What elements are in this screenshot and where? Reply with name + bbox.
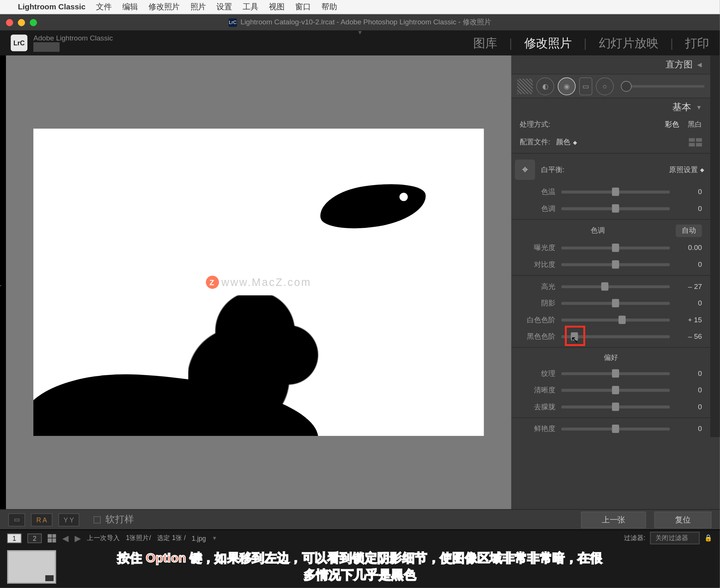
filter-select[interactable]: 关闭过滤器	[650, 532, 700, 544]
window-minimize-button[interactable]	[18, 19, 25, 26]
dehaze-label: 去朦胧	[520, 402, 555, 412]
identity-plate[interactable]	[33, 42, 60, 52]
tool-strip: ◐ ◉ ▭ ○	[511, 75, 710, 99]
shadows-label: 阴影	[520, 298, 555, 308]
dehaze-value[interactable]: 0	[676, 402, 702, 411]
window-close-button[interactable]	[6, 19, 13, 26]
module-print[interactable]: 打印	[685, 35, 709, 51]
panel-collapse-icon[interactable]: ▼	[357, 29, 363, 36]
vibrance-slider[interactable]	[561, 427, 670, 430]
auto-tone-button[interactable]: 自动	[676, 224, 702, 237]
texture-slider[interactable]	[561, 372, 670, 375]
exposure-slider[interactable]	[561, 246, 670, 249]
softproof-checkbox[interactable]	[94, 516, 101, 523]
menu-tools[interactable]: 工具	[243, 1, 258, 12]
nav-forward-icon[interactable]: ▶	[75, 533, 81, 543]
reset-button[interactable]: 复位	[654, 511, 712, 528]
menu-develop[interactable]: 修改照片	[148, 1, 180, 12]
temp-value[interactable]: 0	[676, 188, 702, 196]
tint-slider[interactable]	[561, 207, 670, 210]
clarity-label: 清晰度	[520, 385, 555, 395]
menu-help[interactable]: 帮助	[321, 1, 337, 12]
module-slideshow[interactable]: 幻灯片放映	[599, 35, 658, 51]
histogram-panel-header[interactable]: 直方图◀	[511, 55, 710, 75]
treatment-color[interactable]: 彩色	[665, 120, 679, 130]
vibrance-value[interactable]: 0	[676, 425, 702, 433]
before-after-yy-button[interactable]: Y Y	[58, 513, 79, 526]
window-titlebar: LrC Lightroom Catalog-v10-2.lrcat - Adob…	[0, 14, 720, 30]
exposure-value[interactable]: 0.00	[676, 244, 702, 252]
texture-label: 纹理	[520, 368, 555, 379]
basic-panel-header[interactable]: 基本▼	[511, 98, 710, 116]
temp-slider[interactable]	[561, 190, 670, 193]
radial-tool[interactable]: ○	[596, 77, 614, 95]
panel-scrollbar[interactable]	[710, 55, 720, 437]
loupe-view-button[interactable]: ▭	[8, 513, 25, 526]
menu-settings[interactable]: 设置	[216, 1, 232, 12]
contrast-slider[interactable]	[561, 263, 670, 266]
menu-window[interactable]: 窗口	[295, 1, 310, 12]
develop-panel: 直方图◀ ◐ ◉ ▭ ○ 基本▼ 处理方式: 彩色 黑白	[511, 55, 720, 509]
filmstrip-thumbnail[interactable]	[7, 550, 56, 584]
brand-label: Adobe Lightroom Classic	[33, 34, 113, 42]
shadows-slider[interactable]	[561, 302, 670, 305]
menu-photo[interactable]: 照片	[190, 1, 206, 12]
spot-tool[interactable]: ◐	[536, 77, 554, 95]
redeye-tool[interactable]: ◉	[558, 77, 576, 95]
highlights-label: 高光	[520, 281, 555, 292]
treatment-bw[interactable]: 黑白	[688, 120, 702, 130]
preview-canvas[interactable]: Zwww.MacZ.com	[33, 129, 484, 436]
chevron-down-icon: ▼	[696, 104, 702, 110]
window-maximize-button[interactable]	[30, 19, 37, 26]
whites-value[interactable]: + 15	[676, 316, 702, 324]
crop-tool[interactable]	[517, 78, 532, 94]
cursor-icon: ↖	[571, 334, 579, 345]
gradient-tool[interactable]: ▭	[579, 77, 592, 95]
softproof-label: 软打样	[105, 513, 134, 526]
main-window-button[interactable]: 1	[7, 533, 21, 543]
module-library[interactable]: 图库	[473, 35, 497, 51]
lrc-badge-icon: LrC	[11, 34, 27, 51]
filter-lock-icon[interactable]: 🔒	[704, 534, 712, 542]
lrc-app-icon: LrC	[228, 18, 237, 26]
left-panel-collapsed[interactable]	[0, 55, 6, 509]
menu-file[interactable]: 文件	[96, 1, 111, 12]
source-label[interactable]: 上一次导入	[87, 534, 120, 543]
dehaze-slider[interactable]	[561, 405, 670, 408]
wb-label: 白平衡:	[541, 165, 565, 175]
clarity-slider[interactable]	[561, 389, 670, 392]
tint-value[interactable]: 0	[676, 204, 702, 212]
nav-back-icon[interactable]: ◀	[62, 533, 69, 543]
vibrance-label: 鲜艳度	[520, 424, 555, 434]
temp-label: 色温	[520, 187, 555, 197]
wb-preset-select[interactable]: 原照设置 ◆	[669, 165, 704, 175]
grid-view-icon[interactable]	[48, 534, 56, 542]
treatment-label: 处理方式:	[520, 120, 550, 130]
clarity-value[interactable]: 0	[676, 386, 702, 394]
highlights-slider[interactable]	[561, 285, 670, 288]
contrast-value[interactable]: 0	[676, 260, 702, 268]
texture-value[interactable]: 0	[676, 369, 702, 377]
tutorial-annotation: 按住 Option 键，如果移到左边，可以看到锁定阴影细节，使图像区域非常非常暗…	[6, 550, 714, 584]
menu-view[interactable]: 视图	[269, 1, 284, 12]
canvas-area: Zwww.MacZ.com	[6, 55, 511, 509]
app-name[interactable]: Lightroom Classic	[18, 2, 86, 11]
whites-slider[interactable]	[561, 318, 670, 321]
profile-browser-icon[interactable]	[689, 138, 702, 146]
shadows-value[interactable]: 0	[676, 299, 702, 307]
previous-button[interactable]: 上一张	[581, 511, 646, 528]
before-after-ra-button[interactable]: R A	[31, 513, 52, 526]
wb-eyedropper-tool[interactable]: ⌖	[515, 160, 535, 180]
contrast-label: 对比度	[520, 259, 555, 269]
module-develop[interactable]: 修改照片	[524, 35, 572, 51]
highlights-value[interactable]: – 27	[676, 282, 702, 290]
brush-size-slider[interactable]	[621, 85, 704, 87]
tint-label: 色调	[520, 203, 555, 214]
blacks-value[interactable]: – 56	[676, 332, 702, 341]
profile-select[interactable]: 颜色 ◆	[556, 137, 577, 147]
menu-edit[interactable]: 编辑	[122, 1, 138, 12]
chevron-left-icon: ◀	[697, 61, 702, 68]
selected-count: 选定 1张 /	[157, 534, 186, 543]
photo-count: 1张照片/	[126, 534, 151, 543]
second-window-button[interactable]: 2	[27, 533, 42, 543]
